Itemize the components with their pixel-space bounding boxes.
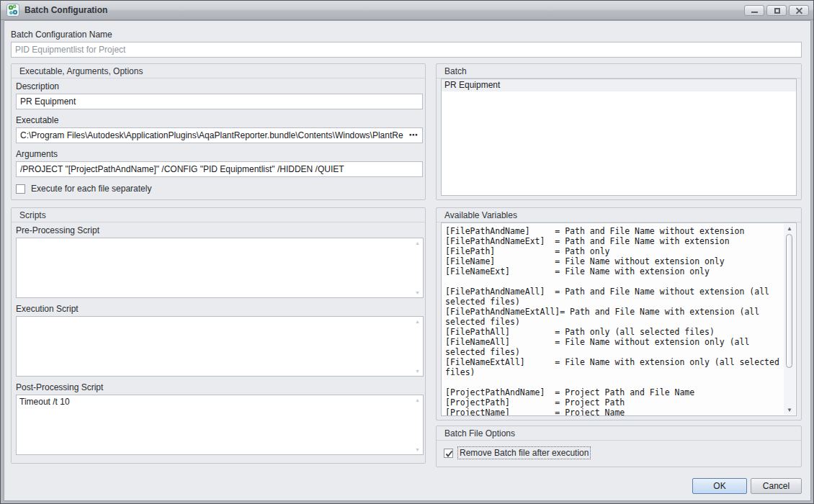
minimize-icon (751, 12, 758, 13)
maximize-icon (774, 8, 780, 14)
list-item[interactable]: PR Equipment (442, 79, 796, 91)
minimize-button[interactable] (744, 5, 764, 16)
scripts-group-title: Scripts (12, 208, 425, 222)
dialog-content: Batch Configuration Name Executable, Arg… (4, 20, 811, 501)
executable-group: Executable, Arguments, Options Descripti… (11, 63, 426, 200)
description-input[interactable] (16, 94, 423, 109)
executable-label: Executable (16, 115, 423, 126)
batch-list[interactable]: PR Equipment (441, 78, 797, 196)
scrollbar-thumb[interactable] (786, 234, 792, 368)
batch-file-options-title: Batch File Options (437, 426, 801, 441)
variables-text: [FilePathAndName] = Path and File Name w… (442, 223, 796, 416)
variables-textbox[interactable]: [FilePathAndName] = Path and File Name w… (441, 222, 797, 416)
window-title: Batch Configuration (24, 5, 107, 15)
maximize-button[interactable] (766, 5, 787, 16)
batch-configuration-name-input[interactable] (11, 42, 802, 58)
checkbox-box[interactable] (444, 449, 453, 458)
pre-processing-script-input[interactable]: ▲ ▼ (16, 238, 424, 298)
scroll-down-icon: ▼ (415, 447, 420, 452)
scripts-group: Scripts Pre-Processing Script ▲ ▼ Execut… (11, 207, 426, 464)
remove-batch-file-label: Remove Batch file after execution (457, 446, 591, 459)
close-button[interactable] (789, 5, 809, 16)
app-icon (6, 4, 19, 17)
batch-group: Batch PR Equipment (436, 63, 802, 200)
checkbox-box[interactable] (16, 184, 25, 194)
pre-processing-script-label: Pre-Processing Script (16, 225, 423, 236)
execute-separately-label: Execute for each file separately (30, 183, 153, 194)
available-variables-title: Available Variables (437, 208, 801, 222)
browse-executable-button[interactable]: ⋯ (406, 129, 421, 142)
scroll-up-icon: ▲ (415, 240, 420, 246)
batch-file-options-group: Batch File Options Remove Batch file aft… (436, 426, 802, 467)
execution-script-input[interactable]: ▲ ▼ (16, 316, 424, 377)
post-processing-script-input[interactable]: Timeout /t 10 ▲ ▼ (16, 395, 424, 455)
scrollbar-up-icon[interactable]: ▲ (784, 225, 795, 232)
arguments-input[interactable] (16, 161, 423, 177)
executable-input[interactable] (16, 127, 423, 143)
available-variables-group: Available Variables [FilePathAndName] = … (436, 207, 802, 420)
execute-separately-checkbox[interactable]: Execute for each file separately (16, 183, 423, 194)
post-processing-script-label: Post-Processing Script (16, 382, 423, 393)
scroll-up-icon: ▲ (415, 319, 420, 324)
description-label: Description (16, 81, 423, 92)
scroll-down-icon: ▼ (415, 290, 420, 295)
batch-configuration-dialog: Batch Configuration Batch Configuration … (0, 0, 814, 504)
batch-group-title: Batch (437, 64, 801, 78)
batch-configuration-name-label: Batch Configuration Name (11, 30, 112, 40)
cancel-button[interactable]: Cancel (751, 478, 802, 494)
execution-script-label: Execution Script (16, 304, 423, 315)
variables-scrollbar[interactable]: ▲ ▼ (784, 224, 795, 415)
ok-button[interactable]: OK (692, 478, 747, 494)
arguments-label: Arguments (16, 149, 423, 160)
scrollbar-down-icon[interactable]: ▼ (784, 407, 795, 413)
remove-batch-file-checkbox[interactable]: Remove Batch file after execution (444, 446, 799, 459)
scroll-up-icon: ▲ (415, 397, 420, 402)
executable-group-title: Executable, Arguments, Options (12, 64, 425, 78)
titlebar[interactable]: Batch Configuration (1, 1, 813, 20)
scroll-down-icon: ▼ (415, 369, 420, 374)
